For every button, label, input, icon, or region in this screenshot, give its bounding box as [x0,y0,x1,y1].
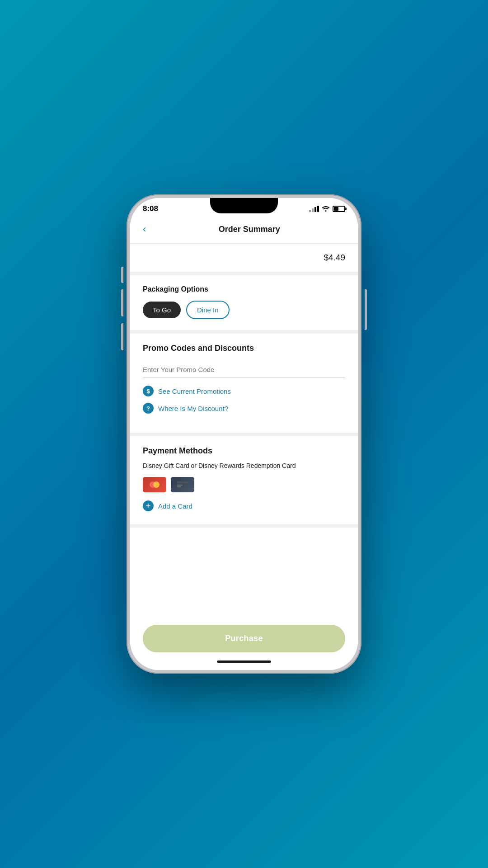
discount-icon: ? [143,403,154,414]
add-card-icon: + [143,500,154,511]
add-card-link[interactable]: + Add a Card [143,500,345,511]
to-go-button[interactable]: To Go [143,302,181,318]
battery-icon [333,206,345,212]
payment-description: Disney Gift Card or Disney Rewards Redem… [143,461,345,471]
card-images [143,477,345,492]
volume-up-button [121,289,123,316]
signal-bar-3 [314,207,316,212]
purchase-section: Purchase [130,618,358,657]
disney-rewards-card-image [171,477,194,492]
promo-section: Promo Codes and Discounts $ See Current … [130,334,358,436]
status-icons [309,205,345,213]
dine-in-button[interactable]: Dine In [186,301,230,319]
payment-title: Payment Methods [143,446,345,456]
status-bar: 8:08 [130,198,358,217]
status-time: 8:08 [143,204,158,213]
notch [210,198,278,213]
packaging-section: Packaging Options To Go Dine In [130,275,358,334]
disney-gift-card-image [143,477,166,492]
signal-bars-icon [309,206,319,212]
payment-section: Payment Methods Disney Gift Card or Disn… [130,436,358,528]
order-price: $4.49 [324,253,345,263]
main-content: $4.49 Packaging Options To Go Dine In Pr… [130,244,358,618]
packaging-options: To Go Dine In [143,301,345,319]
signal-bar-4 [317,206,319,212]
promotions-icon: $ [143,386,154,396]
battery-fill [334,207,338,211]
power-button [365,289,367,330]
add-card-label: Add a Card [158,502,192,510]
svg-rect-2 [177,481,188,483]
svg-point-1 [153,481,160,488]
promo-code-input[interactable] [143,362,345,377]
volume-down-button [121,323,123,350]
back-button[interactable]: ‹ [139,222,150,237]
svg-rect-3 [177,485,183,486]
see-promotions-link[interactable]: $ See Current Promotions [143,386,345,396]
nav-bar: ‹ Order Summary [130,217,358,244]
signal-bar-2 [312,208,314,212]
home-bar [217,660,271,663]
signal-bar-1 [309,210,311,212]
see-promotions-label: See Current Promotions [158,387,231,395]
svg-rect-4 [177,486,181,487]
packaging-title: Packaging Options [143,285,345,293]
phone-frame: 8:08 [127,194,361,674]
mute-button [121,267,123,283]
home-indicator [130,657,358,670]
promo-title: Promo Codes and Discounts [143,344,345,353]
where-discount-label: Where Is My Discount? [158,405,228,412]
page-title: Order Summary [150,225,349,234]
wifi-icon [322,205,330,213]
phone-screen: 8:08 [130,198,358,670]
purchase-button[interactable]: Purchase [143,625,345,652]
price-section: $4.49 [130,244,358,275]
where-discount-link[interactable]: ? Where Is My Discount? [143,403,345,414]
